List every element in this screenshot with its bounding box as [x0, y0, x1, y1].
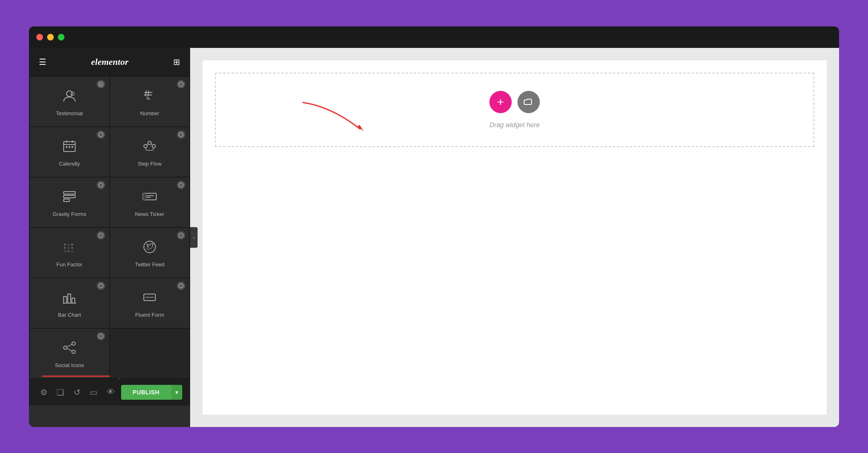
- svg-point-5: [99, 133, 103, 137]
- widget-item-gravity-forms[interactable]: Gravity Forms: [30, 178, 109, 227]
- svg-rect-40: [72, 298, 75, 303]
- grid-icon[interactable]: ⊞: [173, 57, 180, 67]
- responsive-icon[interactable]: ▭: [86, 384, 101, 401]
- widget-label-fluent-form: Fluent Form: [135, 312, 164, 318]
- pro-badge: [177, 282, 185, 290]
- publish-button[interactable]: PUBLISH: [121, 385, 171, 400]
- svg-point-46: [72, 342, 75, 345]
- svg-rect-12: [72, 146, 73, 148]
- layers-icon[interactable]: ❏: [53, 384, 67, 401]
- svg-line-17: [147, 144, 148, 145]
- history-icon[interactable]: ↺: [70, 384, 84, 401]
- svg-text:○ × ○: ○ × ○: [64, 249, 73, 254]
- widget-label-step-flow: Step Flow: [138, 161, 162, 167]
- fluent-form-icon: [142, 290, 157, 307]
- news-ticker-icon: [142, 189, 157, 206]
- widget-item-twitter-feed[interactable]: Twitter Feed: [110, 228, 189, 277]
- svg-point-15: [148, 141, 151, 145]
- svg-point-13: [179, 133, 183, 137]
- pro-badge: [97, 282, 105, 290]
- svg-point-42: [179, 284, 183, 288]
- svg-rect-25: [64, 199, 69, 202]
- widget-item-social-icons[interactable]: Social Icons: [30, 329, 109, 378]
- twitter-feed-icon: [142, 240, 157, 256]
- svg-point-36: [144, 241, 155, 253]
- svg-rect-23: [64, 192, 75, 194]
- svg-point-48: [72, 350, 75, 353]
- widget-label-testimonial: Testimonial: [56, 110, 83, 116]
- widget-label-fun-factor: Fun Factor: [57, 261, 83, 268]
- svg-point-47: [64, 346, 67, 349]
- widget-label-twitter-feed: Twitter Feed: [135, 261, 165, 268]
- folder-button[interactable]: [517, 91, 540, 113]
- widget-label-gravity-forms: Gravity Forms: [52, 211, 86, 217]
- pro-badge: [97, 231, 105, 240]
- widget-item-fun-factor[interactable]: × ○ × × ○ × ○ × ○ Fun Factor: [30, 228, 109, 277]
- svg-line-49: [67, 344, 72, 347]
- svg-text:$: $: [100, 83, 101, 86]
- pro-badge: [177, 130, 185, 139]
- svg-rect-24: [64, 195, 75, 198]
- svg-point-31: [99, 233, 103, 237]
- svg-line-18: [151, 144, 152, 145]
- svg-point-26: [179, 183, 183, 187]
- pro-badge: [97, 181, 105, 189]
- app-logo: elementor: [91, 57, 128, 67]
- svg-rect-30: [143, 193, 146, 200]
- widget-item-news-ticker[interactable]: News Ticker: [110, 178, 189, 227]
- widget-item-number[interactable]: Number: [110, 77, 189, 126]
- svg-point-14: [144, 145, 147, 148]
- minimize-dot[interactable]: [47, 34, 54, 40]
- widget-item-empty: [110, 329, 189, 378]
- publish-wrap: PUBLISH ▾: [121, 385, 182, 400]
- widget-label-bar-chart: Bar Chart: [58, 312, 81, 318]
- pro-badge: [97, 130, 105, 139]
- sidebar: ☰ elementor ⊞ $: [29, 48, 190, 406]
- widget-item-bar-chart[interactable]: Bar Chart: [30, 278, 109, 328]
- preview-icon[interactable]: 👁: [103, 384, 118, 400]
- titlebar: [29, 26, 839, 48]
- svg-point-22: [99, 183, 103, 187]
- pro-badge: [177, 181, 185, 189]
- pro-badge: [177, 80, 185, 88]
- sidebar-header: ☰ elementor ⊞: [29, 48, 190, 76]
- testimonial-icon: [62, 88, 77, 105]
- svg-point-45: [99, 334, 103, 338]
- canvas-inner: + Drag widget here: [203, 60, 827, 415]
- widgets-grid: $ Testimonial: [29, 76, 190, 379]
- pro-badge: [97, 332, 105, 340]
- canvas-area: + Drag widget here: [190, 48, 839, 427]
- number-icon: [142, 88, 157, 105]
- widget-item-fluent-form[interactable]: Fluent Form: [110, 278, 189, 328]
- svg-point-4: [179, 82, 183, 86]
- svg-line-50: [67, 349, 72, 351]
- svg-rect-11: [69, 146, 70, 148]
- widget-item-step-flow[interactable]: Step Flow: [110, 127, 189, 177]
- window-body: ☰ elementor ⊞ $: [29, 48, 839, 427]
- widget-item-testimonial[interactable]: $ Testimonial: [30, 77, 109, 126]
- svg-rect-10: [66, 146, 67, 148]
- widget-item-calendly[interactable]: Calendly: [30, 127, 109, 177]
- hamburger-icon[interactable]: ☰: [39, 57, 46, 67]
- social-icons-icon: [62, 340, 77, 357]
- sidebar-collapse-button[interactable]: ‹: [190, 227, 198, 248]
- widget-label-social-icons: Social Icons: [55, 362, 84, 368]
- publish-dropdown-button[interactable]: ▾: [171, 385, 182, 400]
- settings-icon[interactable]: ⚙: [37, 384, 51, 401]
- sidebar-footer: ⚙ ❏ ↺ ▭ 👁 PUBLISH ▾: [29, 379, 190, 406]
- svg-point-16: [152, 145, 155, 148]
- svg-line-19: [145, 148, 146, 150]
- pro-badge: [177, 231, 185, 240]
- sidebar-wrapper: ☰ elementor ⊞ $: [29, 48, 190, 427]
- drag-hint-text: Drag widget here: [489, 121, 540, 129]
- calendly-icon: [62, 139, 77, 156]
- svg-point-37: [99, 284, 103, 288]
- svg-rect-39: [68, 294, 71, 303]
- bar-chart-icon: [62, 290, 77, 307]
- add-widget-button[interactable]: +: [489, 91, 512, 113]
- pro-badge: $: [97, 80, 105, 88]
- drop-zone[interactable]: + Drag widget here: [215, 73, 814, 147]
- maximize-dot[interactable]: [58, 34, 64, 40]
- close-dot[interactable]: [36, 34, 43, 40]
- svg-point-2: [67, 91, 72, 97]
